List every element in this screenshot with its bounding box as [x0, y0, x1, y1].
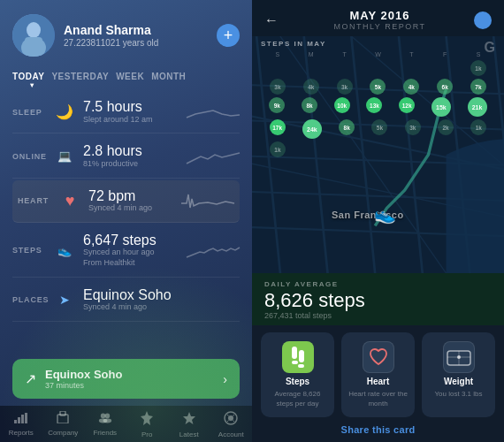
svg-point-13: [103, 419, 111, 423]
nav-item-pro[interactable]: Pro: [126, 411, 169, 438]
svg-line-21: [233, 421, 235, 423]
add-button[interactable]: +: [217, 24, 240, 47]
profile-name: Anand Sharma: [64, 23, 208, 38]
svg-rect-40: [298, 364, 304, 368]
online-sub: 81% productive: [83, 159, 178, 170]
heart-icon: ♥: [60, 192, 80, 210]
svg-line-20: [227, 421, 229, 423]
online-chart: [187, 146, 240, 167]
card-heart[interactable]: Heart Heart rate over the month: [341, 332, 415, 417]
share-button[interactable]: Share this card: [264, 424, 492, 435]
svg-point-1: [27, 22, 41, 38]
metrics-list: SLEEP 🌙 7.5 hours Slept around 12 am ONL…: [0, 91, 252, 354]
profile-info: Anand Sharma 27.223811021 years old: [64, 23, 208, 48]
tab-month[interactable]: MONTH: [151, 69, 193, 84]
places-sub: Synced 4 min ago: [83, 302, 240, 313]
cal-dot: [337, 60, 353, 76]
tab-week[interactable]: WEEK: [116, 69, 151, 84]
reports-icon: [14, 411, 28, 427]
svg-rect-38: [299, 350, 304, 362]
metric-row-steps: STEPS 👟 6,647 steps Synced an hour ago F…: [12, 225, 240, 278]
metric-label-online: ONLINE: [12, 152, 46, 161]
metric-label-sleep: SLEEP: [12, 108, 46, 117]
cal-header-row: S M T W T F S: [261, 51, 495, 57]
cal-dot: [437, 60, 453, 76]
user-avatar-dot[interactable]: [474, 11, 492, 29]
cal-dot: 4k: [403, 79, 419, 95]
steps-card-sub: Average 8,626 steps per day: [268, 390, 327, 408]
cal-dot: [270, 60, 286, 76]
cal-day-f: F: [435, 51, 454, 57]
cal-dot: 4k: [303, 79, 319, 95]
weight-card-icon: [443, 341, 475, 373]
steps-sub2: From Healthkit: [83, 258, 178, 269]
svg-point-44: [457, 355, 461, 359]
cal-dot: 5k: [370, 79, 386, 95]
svg-marker-15: [183, 412, 195, 424]
places-value-block: Equinox Soho Synced 4 min ago: [83, 287, 240, 313]
nav-label-friends: Friends: [93, 429, 117, 437]
svg-point-10: [101, 414, 106, 419]
cal-week-3: 9k 8k 10k 13k 12k 15k 21k: [261, 97, 495, 117]
nav-item-latest[interactable]: Latest: [168, 411, 210, 438]
nav-item-friends[interactable]: Friends: [84, 411, 126, 438]
cal-dot: 3k: [337, 79, 353, 95]
right-panel: ← MAY 2016 MONTHLY REPORT: [252, 0, 504, 442]
steps-in-may-label: STEPS IN MAY: [261, 40, 495, 48]
cal-dot: 21k: [468, 97, 487, 117]
tab-yesterday[interactable]: YESTERDAY: [51, 69, 116, 84]
cal-dot: 7k: [470, 79, 486, 95]
daily-avg-value: 8,626 steps: [264, 290, 492, 311]
heart-card-sub: Heart rate over the month: [348, 390, 408, 408]
online-value-block: 2.8 hours 81% productive: [83, 143, 178, 169]
svg-rect-5: [18, 417, 20, 423]
cal-week-4: 17k 24k 8k 5k 3k 2k 1k: [261, 119, 495, 139]
nav-item-account[interactable]: Account: [210, 411, 253, 438]
nav-item-company[interactable]: Company: [42, 411, 85, 438]
svg-rect-4: [14, 420, 17, 423]
current-place-name: Equinox Soho: [45, 368, 214, 381]
map-section: STEPS IN MAY S M T W T F S 1k: [252, 36, 504, 273]
card-weight[interactable]: Weight You lost 3.1 lbs: [422, 332, 495, 417]
tab-today[interactable]: TODAY: [12, 69, 51, 84]
cal-day-t2: T: [401, 51, 421, 57]
right-subtitle: MONTHLY REPORT: [286, 22, 474, 31]
steps-chart: [187, 240, 240, 261]
cal-day-s1: S: [268, 51, 287, 57]
back-button[interactable]: ←: [264, 12, 286, 28]
card-steps[interactable]: Steps Average 8,626 steps per day: [261, 332, 334, 417]
metric-row-heart: HEART ♥ 72 bpm Synced 4 min ago: [12, 180, 240, 223]
cal-weeks: 1k 3k 4k 3k 5k 4k 6k 7k 9k 8k 10k 13k 12…: [261, 60, 495, 157]
cal-dot: 2k: [438, 119, 454, 135]
profile-section: Anand Sharma 27.223811021 years old +: [0, 0, 252, 65]
right-header: ← MAY 2016 MONTHLY REPORT: [252, 0, 504, 36]
google-g-label: G: [485, 40, 495, 56]
cal-dot: 13k: [366, 97, 382, 113]
profile-age: 27.223811021 years old: [64, 38, 208, 48]
cal-dot: 15k: [431, 97, 451, 117]
daily-average-section: DAILY AVERAGE 8,626 steps 267,431 total …: [252, 273, 504, 325]
svg-rect-39: [292, 361, 298, 364]
heart-value-block: 72 bpm Synced 4 min ago: [88, 188, 172, 214]
cal-dot: 9k: [269, 97, 285, 113]
svg-point-17: [228, 415, 233, 421]
daily-avg-sub: 267,431 total steps: [264, 311, 492, 320]
heart-card-icon: [363, 341, 394, 373]
current-place-sub: 37 minutes: [45, 381, 214, 390]
nav-item-reports[interactable]: Reports: [0, 411, 42, 438]
cal-dot: 3k: [270, 79, 286, 95]
heart-chart: [181, 190, 234, 211]
steps-value: 6,647 steps: [83, 232, 178, 248]
svg-rect-9: [60, 411, 65, 415]
current-place-bar[interactable]: ↗ Equinox Soho 37 minutes ›: [12, 359, 240, 399]
cal-day-w: W: [368, 51, 387, 57]
cal-week-1: 1k: [261, 60, 495, 76]
nav-label-latest: Latest: [179, 431, 199, 438]
cal-dot: 1k: [270, 141, 286, 157]
cal-dot: [403, 141, 419, 157]
bottom-nav: Reports Company Friends Pro Latest: [0, 406, 252, 442]
places-icon: ➤: [55, 293, 74, 307]
cal-dot: [370, 141, 386, 157]
sleep-sub: Slept around 12 am: [83, 115, 178, 126]
metric-row-sleep: SLEEP 🌙 7.5 hours Slept around 12 am: [12, 91, 240, 133]
